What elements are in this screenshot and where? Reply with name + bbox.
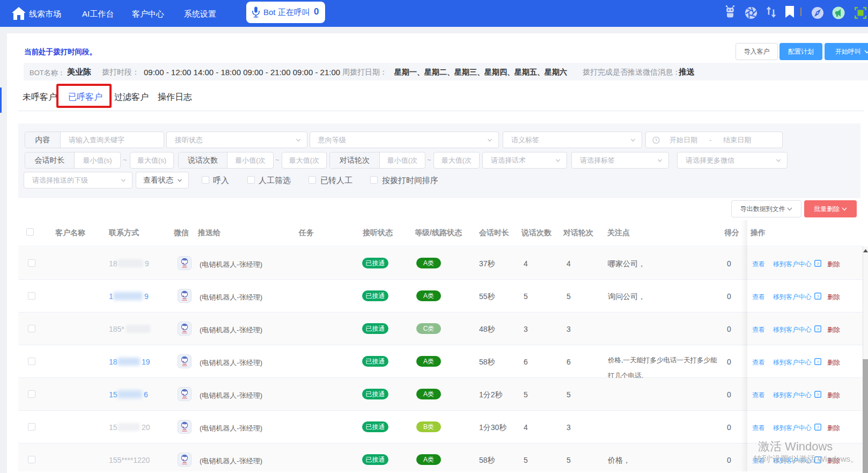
svg-text:?: ? xyxy=(816,425,819,430)
svg-text:?: ? xyxy=(816,392,819,397)
svg-text:?: ? xyxy=(816,327,819,332)
svg-text:?: ? xyxy=(816,360,819,365)
svg-text:?: ? xyxy=(816,261,819,266)
svg-text:?: ? xyxy=(816,294,819,299)
